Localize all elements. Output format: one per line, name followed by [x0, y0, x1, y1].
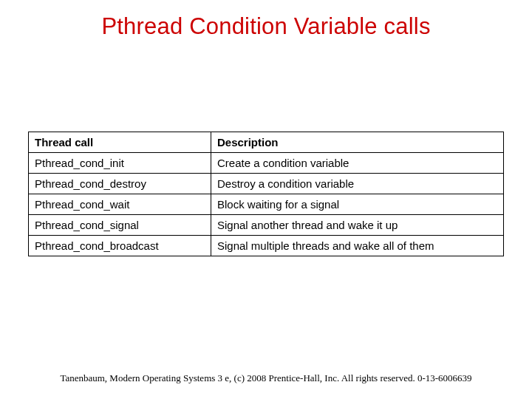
- cell-call: Pthread_cond_init: [29, 153, 211, 174]
- cell-desc: Destroy a condition variable: [211, 174, 504, 194]
- table-row: Pthread_cond_destroy Destroy a condition…: [29, 174, 504, 194]
- cell-call: Pthread_cond_broadcast: [29, 236, 211, 256]
- table-row: Pthread_cond_init Create a condition var…: [29, 153, 504, 174]
- table-row: Pthread_cond_broadcast Signal multiple t…: [29, 236, 504, 256]
- cell-desc: Signal multiple threads and wake all of …: [211, 236, 504, 256]
- slide-title: Pthread Condition Variable calls: [0, 13, 532, 40]
- header-thread-call: Thread call: [29, 132, 211, 153]
- table-row: Pthread_cond_signal Signal another threa…: [29, 215, 504, 236]
- cell-desc: Create a condition variable: [211, 153, 504, 174]
- footer-citation: Tanenbaum, Modern Operating Systems 3 e,…: [0, 372, 532, 384]
- cell-desc: Block waiting for a signal: [211, 194, 504, 215]
- calls-table: Thread call Description Pthread_cond_ini…: [28, 132, 504, 256]
- header-description: Description: [211, 132, 504, 153]
- table-header-row: Thread call Description: [29, 132, 504, 153]
- cell-call: Pthread_cond_destroy: [29, 174, 211, 194]
- cell-call: Pthread_cond_signal: [29, 215, 211, 236]
- cell-call: Pthread_cond_wait: [29, 194, 211, 215]
- cell-desc: Signal another thread and wake it up: [211, 215, 504, 236]
- table-row: Pthread_cond_wait Block waiting for a si…: [29, 194, 504, 215]
